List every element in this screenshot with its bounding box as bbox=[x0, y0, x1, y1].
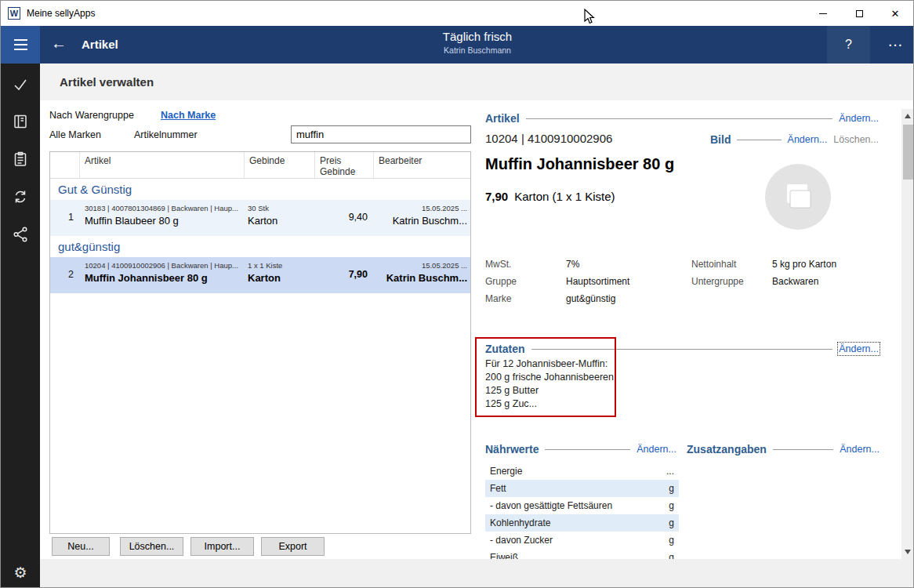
artikel-section-header: Artikel Ändern... bbox=[485, 111, 879, 125]
gear-icon: ⚙ bbox=[13, 564, 27, 582]
table-row-selected[interactable]: 2 10204 | 4100910002906 | Backwaren | Ha… bbox=[50, 257, 470, 293]
article-image-placeholder[interactable] bbox=[765, 164, 831, 230]
divider bbox=[773, 449, 833, 450]
divider bbox=[531, 349, 833, 350]
article-name: Muffin Johannisbeer 80 g bbox=[485, 155, 674, 173]
hamburger-menu-button[interactable] bbox=[1, 26, 40, 64]
close-icon: ✕ bbox=[891, 8, 900, 20]
app-logo-icon: W bbox=[8, 7, 20, 20]
scrollbar-thumb[interactable] bbox=[903, 125, 913, 180]
col-artikel: Artikel bbox=[80, 152, 245, 178]
window-title: Meine sellyApps bbox=[27, 8, 95, 19]
article-number-dropdown[interactable]: Artikelnummer bbox=[134, 129, 198, 140]
header-account[interactable]: Täglich frisch Katrin Buschmann bbox=[443, 30, 512, 55]
titlebar: W Meine sellyApps ✕ bbox=[1, 1, 913, 26]
sync-icon bbox=[12, 188, 29, 205]
naehrwerte-section-header: Nährwerte Ändern... bbox=[485, 442, 676, 456]
delete-button[interactable]: Löschen... bbox=[120, 537, 183, 556]
article-table: Artikel Gebinde Preis Gebinde Bearbeiter… bbox=[49, 151, 471, 534]
sidebar-item-tasks[interactable] bbox=[1, 73, 40, 96]
maximize-button[interactable] bbox=[841, 1, 877, 26]
sidebar-item-share[interactable] bbox=[1, 223, 40, 246]
field-value: gut&günstig bbox=[566, 293, 691, 310]
table-row[interactable]: 1 30183 | 4007801304869 | Backwaren | Ha… bbox=[50, 200, 470, 236]
table-header: Artikel Gebinde Preis Gebinde Bearbeiter bbox=[50, 152, 470, 179]
network-icon bbox=[12, 226, 29, 243]
divider bbox=[737, 140, 781, 140]
artikel-change-link[interactable]: Ändern... bbox=[839, 113, 879, 124]
article-price-unit: Karton (1 x 1 Kiste) bbox=[514, 190, 615, 203]
nutrition-row: Energie... bbox=[485, 463, 679, 480]
photo-icon bbox=[781, 180, 815, 214]
scroll-up-icon[interactable] bbox=[905, 114, 911, 118]
nutrition-row: Kohlenhydrateg bbox=[485, 514, 679, 532]
minimize-button[interactable] bbox=[805, 1, 841, 26]
row-price: 9,40 bbox=[349, 212, 368, 223]
naehrwerte-heading: Nährwerte bbox=[485, 443, 539, 456]
more-button[interactable]: … bbox=[887, 32, 904, 50]
user-name: Katrin Buschmann bbox=[443, 45, 512, 55]
article-id: 10204 | 4100910002906 bbox=[485, 132, 612, 145]
col-gebinde: Gebinde bbox=[245, 152, 315, 178]
field-value: Backwaren bbox=[772, 276, 880, 293]
bild-delete-link[interactable]: Löschen... bbox=[833, 134, 879, 145]
group-header-gut-guenstig[interactable]: Gut & Günstig bbox=[50, 179, 470, 200]
sidebar-item-settings[interactable]: ⚙ bbox=[1, 561, 40, 584]
close-button[interactable]: ✕ bbox=[877, 1, 913, 26]
artikel-heading: Artikel bbox=[485, 112, 520, 125]
tab-nach-warengruppe[interactable]: Nach Warengruppe bbox=[49, 110, 134, 121]
naehrwerte-change-link[interactable]: Ändern... bbox=[637, 444, 676, 455]
article-price-line: 7,90Karton (1 x 1 Kiste) bbox=[485, 190, 615, 203]
page-title: Artikel bbox=[82, 38, 118, 51]
check-icon bbox=[12, 76, 29, 93]
zutaten-section-header: Zutaten Ändern... bbox=[485, 342, 879, 356]
row-meta: 30183 | 4007801304869 | Backwaren | Haup… bbox=[85, 204, 245, 212]
book-icon bbox=[12, 113, 29, 130]
divider bbox=[526, 118, 833, 119]
app-window: W Meine sellyApps ✕ ⚙ ← bbox=[0, 0, 914, 588]
col-index bbox=[50, 152, 80, 178]
hamburger-icon bbox=[14, 39, 27, 41]
subheader: Artikel verwalten bbox=[40, 64, 914, 100]
sidebar-item-catalog[interactable] bbox=[1, 110, 40, 133]
field-label: MwSt. bbox=[485, 259, 566, 276]
clipboard-icon bbox=[12, 151, 29, 168]
zusatzangaben-change-link[interactable]: Ändern... bbox=[840, 444, 880, 455]
section-title: Artikel verwalten bbox=[60, 75, 154, 89]
zutaten-change-link[interactable]: Ändern... bbox=[839, 343, 879, 354]
back-button[interactable]: ← bbox=[51, 34, 67, 53]
export-button[interactable]: Export bbox=[261, 537, 325, 556]
import-button[interactable]: Import... bbox=[190, 537, 254, 556]
field-value: 5 kg pro Karton bbox=[772, 259, 880, 276]
zusatzangaben-section-header: Zusatzangaben Ändern... bbox=[687, 442, 880, 456]
all-brands-dropdown[interactable]: Alle Marken bbox=[49, 129, 101, 140]
field-label: Marke bbox=[485, 293, 566, 310]
nutrition-row: - davon gesättigte Fettsäureng bbox=[485, 497, 679, 514]
bild-heading: Bild bbox=[710, 133, 731, 146]
minimize-icon bbox=[819, 13, 827, 14]
new-button[interactable]: Neu... bbox=[52, 537, 110, 556]
nutrition-row: - davon Zuckerg bbox=[485, 532, 679, 549]
col-preis-gebinde: Preis Gebinde bbox=[315, 152, 374, 178]
sidebar-item-sync[interactable] bbox=[1, 185, 40, 209]
zutaten-heading: Zutaten bbox=[485, 343, 525, 355]
ingredients-text: Für 12 Johannisbeer-Muffin: 200 g frisch… bbox=[485, 358, 614, 411]
sidebar: ⚙ bbox=[1, 26, 40, 588]
divider bbox=[545, 449, 630, 450]
ellipsis-icon: … bbox=[887, 32, 904, 49]
vertical-scrollbar[interactable] bbox=[901, 109, 914, 559]
group-header-gutguenstig[interactable]: gut&günstig bbox=[50, 236, 470, 257]
article-fields: MwSt. 7% Nettoinhalt 5 kg pro Karton Gru… bbox=[485, 259, 880, 310]
scroll-down-icon[interactable] bbox=[905, 550, 911, 554]
bild-change-link[interactable]: Ändern... bbox=[788, 134, 828, 145]
row-unit-detail: 1 x 1 Kiste bbox=[248, 261, 315, 270]
row-date: 15.05.2025 ... bbox=[374, 261, 467, 270]
search-input[interactable] bbox=[291, 125, 471, 143]
sidebar-item-articles[interactable] bbox=[1, 147, 40, 171]
store-name: Täglich frisch bbox=[443, 30, 512, 43]
help-button[interactable]: ? bbox=[827, 26, 870, 64]
row-meta: 10204 | 4100910002906 | Backwaren | Haup… bbox=[85, 261, 245, 270]
window-controls: ✕ bbox=[805, 1, 913, 26]
tab-nach-marke[interactable]: Nach Marke bbox=[161, 110, 216, 121]
row-date: 15.05.2025 ... bbox=[374, 204, 467, 212]
